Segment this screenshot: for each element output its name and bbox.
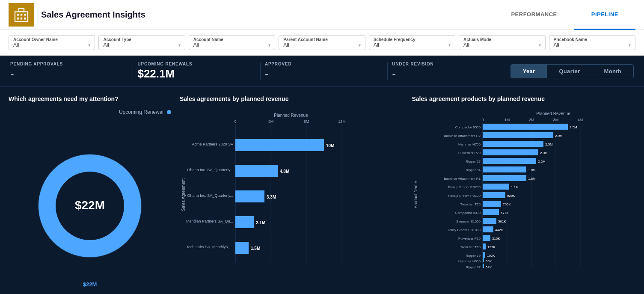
svg-rect-54: [483, 132, 553, 138]
svg-text:Compactor 9000: Compactor 9000: [455, 211, 481, 215]
filter-account-name[interactable]: Account Name All ▾: [189, 35, 275, 50]
svg-text:1M: 1M: [504, 118, 510, 122]
svg-text:52K: 52K: [486, 265, 492, 269]
chevron-down-icon: ▾: [88, 43, 90, 48]
filter-schedule-frequency[interactable]: Schedule Frequency All ▾: [369, 35, 455, 50]
product-chart-title: Sales agreement products by planned reve…: [412, 95, 636, 102]
svg-rect-84: [483, 218, 496, 224]
svg-text:Pickup Broom PB100: Pickup Broom PB100: [448, 194, 481, 198]
product-chart-section: Sales agreement products by planned reve…: [412, 95, 636, 292]
filter-account-type[interactable]: Account Type All ▾: [98, 35, 185, 50]
svg-rect-78: [483, 201, 501, 207]
svg-text:760K: 760K: [503, 202, 511, 206]
svg-rect-4: [17, 18, 19, 20]
kpi-approved: APPROVED -: [265, 62, 383, 80]
svg-rect-51: [483, 124, 568, 130]
svg-text:2M: 2M: [528, 118, 534, 122]
svg-rect-81: [483, 209, 499, 215]
kpi-bar: PENDING APPROVALS - UPCOMING RENEWALS $2…: [0, 56, 644, 87]
svg-rect-5: [21, 18, 23, 20]
svg-text:442K: 442K: [495, 228, 503, 232]
filter-account-owner[interactable]: Account Owner Name All ▾: [9, 35, 95, 50]
svg-text:2.1M: 2.1M: [256, 220, 265, 225]
svg-text:2.5M: 2.5M: [545, 143, 553, 146]
svg-text:3M: 3M: [553, 118, 558, 122]
kpi-divider: [260, 62, 261, 80]
svg-rect-96: [483, 252, 485, 258]
svg-rect-69: [483, 175, 526, 181]
svg-text:Pulverizer P10: Pulverizer P10: [458, 237, 481, 241]
svg-text:Acme Partners 2020 SA: Acme Partners 2020 SA: [192, 142, 233, 146]
svg-rect-90: [483, 235, 490, 241]
svg-text:12M: 12M: [338, 119, 346, 124]
kpi-under-revision: UNDER REVISION -: [392, 62, 510, 80]
svg-text:Sales Agreement: Sales Agreement: [181, 178, 186, 211]
svg-text:Trencher T60: Trencher T60: [460, 245, 481, 249]
svg-text:4M: 4M: [268, 119, 274, 124]
svg-rect-99: [483, 258, 484, 262]
nav-pipeline[interactable]: PIPELINE: [574, 0, 635, 30]
nav-performance[interactable]: PERFORMANCE: [494, 0, 574, 30]
svg-rect-60: [483, 149, 538, 155]
time-btn-year[interactable]: Year: [511, 65, 547, 78]
svg-text:Meridian Partners SA_Qu...: Meridian Partners SA_Qu...: [186, 219, 233, 223]
svg-rect-3: [24, 14, 26, 16]
donut-title: Which agreements need my attention?: [9, 95, 171, 102]
kpi-upcoming-renewals: UPCOMING RENEWALS $22.1M: [137, 62, 255, 80]
svg-rect-72: [483, 184, 509, 190]
chevron-down-icon: ▾: [448, 43, 451, 48]
svg-rect-30: [235, 190, 264, 202]
svg-rect-24: [235, 139, 324, 151]
time-btn-quarter[interactable]: Quarter: [547, 65, 592, 78]
building-icon: [14, 7, 29, 23]
filter-pricebook-name[interactable]: Pricebook Name All ▾: [549, 35, 635, 50]
svg-text:Utility Broom UB1000: Utility Broom UB1000: [448, 228, 481, 232]
svg-text:1.8M: 1.8M: [528, 168, 536, 172]
svg-text:Planned Revenue: Planned Revenue: [536, 111, 570, 116]
svg-rect-36: [235, 242, 249, 254]
svg-text:561K: 561K: [498, 220, 506, 223]
svg-rect-6: [24, 18, 26, 20]
svg-rect-63: [483, 158, 536, 164]
filter-parent-account[interactable]: Parent Account Name All ▾: [279, 35, 365, 50]
svg-text:Tech Labs SA_Monthly6_...: Tech Labs SA_Monthly6_...: [186, 245, 233, 249]
svg-text:Product Name: Product Name: [413, 181, 418, 208]
svg-text:3.3M: 3.3M: [267, 195, 276, 199]
svg-text:Planned Revenue: Planned Revenue: [274, 113, 308, 118]
kpi-divider: [133, 62, 133, 80]
time-btn-month[interactable]: Month: [592, 65, 633, 78]
donut-legend: Upcoming Renewal: [9, 109, 171, 115]
kpi-divider: [387, 62, 388, 80]
svg-text:60K: 60K: [486, 259, 492, 263]
chevron-down-icon: ▾: [359, 43, 361, 48]
svg-text:929K: 929K: [507, 194, 515, 198]
app-header: Sales Agreement Insights PERFORMANCE PIP…: [0, 0, 644, 30]
svg-rect-75: [483, 192, 505, 198]
time-toggle: Year Quarter Month: [510, 64, 634, 78]
svg-rect-66: [483, 166, 526, 172]
svg-text:Ripper 37: Ripper 37: [466, 265, 481, 269]
svg-text:Ripper 19: Ripper 19: [466, 254, 481, 258]
donut-bottom-value: $22M: [83, 281, 97, 288]
product-chart-svg: Planned Revenue 0 1M 2M 3M 4M Product Na…: [412, 109, 622, 276]
filter-bar: Account Owner Name All ▾ Account Type Al…: [0, 30, 644, 56]
chevron-down-icon: ▾: [629, 43, 631, 48]
main-nav: PERFORMANCE PIPELINE: [494, 0, 635, 30]
donut-bottom: $22M: [83, 280, 97, 288]
filter-actuals-mode[interactable]: Actuals Mode All ▾: [459, 35, 545, 50]
donut-section: Which agreements need my attention? Upco…: [9, 95, 171, 292]
svg-text:$22M: $22M: [75, 199, 105, 212]
svg-text:127K: 127K: [487, 245, 496, 249]
svg-text:2.9M: 2.9M: [555, 134, 563, 138]
bar-chart-section: Sales agreements by planned revenue Plan…: [180, 95, 404, 292]
svg-rect-87: [483, 226, 493, 232]
svg-text:677K: 677K: [501, 211, 509, 215]
svg-text:4.8M: 4.8M: [280, 169, 289, 174]
chevron-down-icon: ▾: [539, 43, 541, 48]
svg-text:Ripper 34: Ripper 34: [466, 168, 481, 172]
main-content: Which agreements need my attention? Upco…: [0, 87, 644, 294]
legend-label: Upcoming Renewal: [119, 109, 163, 115]
svg-text:Sweeper S1000: Sweeper S1000: [456, 220, 481, 223]
svg-text:3.5M: 3.5M: [570, 125, 577, 129]
chevron-down-icon: ▾: [268, 43, 270, 48]
